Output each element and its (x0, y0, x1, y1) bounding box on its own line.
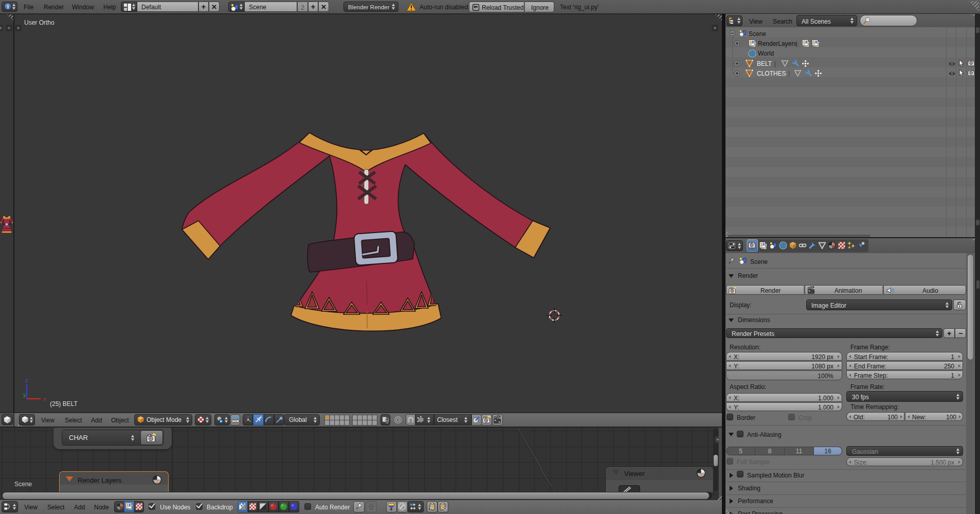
svg-text:z: z (25, 377, 28, 383)
svg-text:y: y (23, 392, 26, 398)
svg-text:x: x (43, 396, 46, 402)
